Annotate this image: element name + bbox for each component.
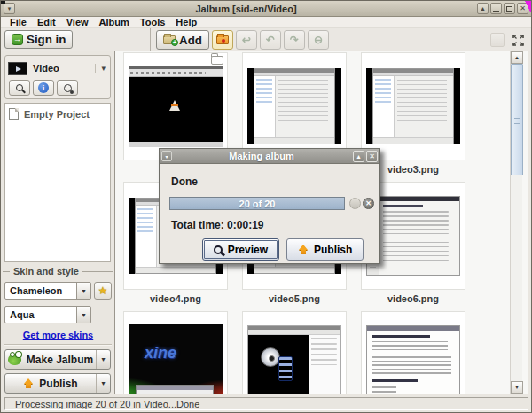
scroll-up-button[interactable]: ▲	[511, 51, 523, 64]
sidebar-separator	[4, 344, 112, 346]
menu-file[interactable]: File	[4, 17, 32, 27]
scroll-down-button[interactable]: ▼	[511, 381, 523, 394]
shade-button[interactable]: ▴	[477, 3, 489, 14]
thumbnail-card[interactable]	[242, 52, 347, 160]
make-album-button[interactable]: Make Jalbum ▾	[4, 349, 111, 370]
close-button[interactable]: ✕	[517, 3, 528, 14]
menu-tools[interactable]: Tools	[135, 17, 171, 27]
cancel-icon[interactable]: ✕	[363, 198, 374, 209]
thumbnail-card[interactable]	[242, 311, 347, 394]
dialog-titlebar[interactable]: ▾ Making album ▴ ✕	[160, 149, 379, 164]
publish-button[interactable]: Publish ▾	[4, 373, 111, 394]
folder-selector[interactable]: Video ▾	[8, 58, 107, 79]
publish-arrow-icon	[23, 378, 34, 389]
chevron-down-icon[interactable]: ▾	[76, 283, 90, 299]
skin-select-value: Chameleon	[5, 285, 76, 296]
make-album-dropdown[interactable]: ▾	[96, 350, 110, 369]
thumbnail-label: video5.png	[242, 290, 347, 302]
dialog-status-text: Done	[171, 175, 198, 188]
thumbnail-label: video6.png	[361, 290, 466, 302]
sign-in-icon: →	[12, 34, 23, 45]
thumbnail-cell: xine	[123, 311, 228, 394]
skin-select[interactable]: Chameleon ▾	[4, 282, 91, 300]
folder-name: Video	[33, 63, 90, 74]
thumbnail-card[interactable]	[123, 52, 228, 160]
thumbnail-image	[247, 68, 341, 144]
thumbnail-image: xine	[129, 324, 223, 394]
toolbar: → Sign in + Add ↩ ↶ ↷ ⊖	[1, 28, 531, 51]
rotate-right-button[interactable]: ↷	[284, 30, 305, 50]
thumbnail-card[interactable]	[361, 311, 466, 394]
info-button[interactable]: i	[33, 80, 54, 96]
total-time-text: Total time: 0:00:19	[171, 219, 263, 231]
window-titlebar[interactable]: ▾ Jalbum [sid-en/Video] ▴ ✕	[1, 1, 531, 17]
remove-button[interactable]: ⊖	[308, 30, 329, 50]
add-label: Add	[179, 34, 202, 47]
skin-section-header: Skin and style	[1, 266, 115, 277]
frog-icon	[8, 354, 21, 365]
add-button[interactable]: + Add	[156, 30, 209, 50]
menubar: File Edit View Album Tools Help	[1, 17, 531, 28]
plus-icon: +	[171, 39, 178, 46]
rotate-left-button[interactable]: ↶	[260, 30, 281, 50]
make-album-label: Make Jalbum	[27, 354, 93, 366]
dialog-menu-icon[interactable]: ▾	[161, 151, 172, 161]
fullscreen-button[interactable]	[510, 32, 526, 48]
fullscreen-icon	[512, 35, 524, 46]
making-album-dialog: ▾ Making album ▴ ✕ Done 20 of 20 ✕ Total…	[159, 148, 380, 264]
orange-folder-icon	[216, 35, 229, 44]
pause-button[interactable]	[349, 198, 361, 209]
dialog-publish-button[interactable]: Publish	[286, 238, 364, 261]
preview-label: Preview	[228, 244, 268, 256]
chevron-down-icon[interactable]: ▾	[76, 307, 90, 323]
window-menu-icon[interactable]: ▾	[4, 3, 15, 14]
explore-button[interactable]	[9, 80, 30, 96]
scrollbar-thumb[interactable]	[511, 64, 523, 175]
undo-button[interactable]: ↩	[236, 30, 257, 50]
skin-favorite-button[interactable]: ★	[94, 282, 112, 300]
empty-project-label: Empty Project	[24, 109, 90, 120]
dialog-close-button[interactable]: ✕	[366, 151, 378, 162]
statusbar: Processing image 20 of 20 in Video...Don…	[1, 394, 532, 413]
menu-view[interactable]: View	[61, 17, 94, 27]
vertical-scrollbar[interactable]: ▲ ▼	[510, 51, 522, 394]
dialog-shade-button[interactable]: ▴	[353, 151, 364, 162]
status-text: Processing image 20 of 20 in Video...Don…	[15, 399, 200, 409]
edit-disabled-button[interactable]	[490, 33, 505, 47]
publish-label: Publish	[39, 378, 77, 390]
minimize-button[interactable]	[490, 3, 502, 14]
preview-button[interactable]: Preview	[202, 238, 279, 261]
thumbnail-cell	[361, 311, 466, 394]
sign-in-button[interactable]: → Sign in	[4, 30, 73, 49]
dialog-publish-label: Publish	[314, 244, 352, 256]
empty-project-item[interactable]: Empty Project	[5, 104, 110, 124]
thumbnail-card[interactable]	[361, 52, 466, 160]
menu-help[interactable]: Help	[170, 17, 202, 27]
progress-text: 20 of 20	[239, 199, 276, 209]
sidebar: Video ▾ i Empty Project Skin and style	[1, 51, 115, 394]
progress-bar: 20 of 20	[169, 197, 345, 210]
folder-badge-icon	[211, 56, 223, 65]
get-more-skins-link[interactable]: Get more skins	[1, 330, 115, 340]
tag-icon	[64, 84, 72, 92]
menu-edit[interactable]: Edit	[32, 17, 61, 27]
maximize-button[interactable]	[504, 3, 515, 14]
minimize-icon	[493, 11, 499, 12]
style-select-value: Aqua	[5, 309, 76, 320]
publish-dropdown[interactable]: ▾	[96, 374, 110, 393]
style-select[interactable]: Aqua ▾	[4, 306, 91, 323]
project-list: Empty Project	[4, 103, 111, 262]
tag-button[interactable]	[57, 80, 78, 96]
jalbum-window: ▾ Jalbum [sid-en/Video] ▴ ✕ File Edit Vi…	[0, 0, 532, 413]
info-icon: i	[38, 82, 49, 93]
folder-toolbox: Video ▾ i	[4, 55, 111, 99]
thumbnail-image	[247, 325, 341, 394]
thumbnail-image	[129, 66, 223, 147]
thumbnail-label: video4.png	[123, 290, 228, 302]
chevron-down-icon[interactable]: ▾	[95, 64, 107, 73]
thumbnail-card[interactable]: xine	[123, 311, 228, 394]
menu-album[interactable]: Album	[94, 17, 135, 27]
preview-magnifier-icon	[214, 245, 223, 254]
hot-folder-button[interactable]	[212, 30, 233, 50]
add-folder-icon: +	[163, 35, 176, 44]
